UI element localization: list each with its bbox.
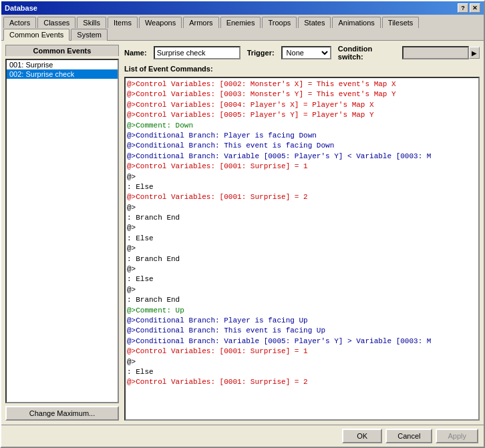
event-line[interactable]: @> xyxy=(127,203,477,213)
help-button[interactable]: ? xyxy=(458,3,468,13)
condition-switch-input[interactable] xyxy=(402,46,469,59)
tab-common-events[interactable]: Common Events xyxy=(3,29,69,41)
cancel-button[interactable]: Cancel xyxy=(385,429,432,443)
condition-switch-label: Condition switch: xyxy=(338,45,395,61)
event-line[interactable]: @>Conditional Branch: Variable [0005: Pl… xyxy=(127,152,477,162)
trigger-dropdown[interactable]: None Autorun Parallel xyxy=(281,46,331,59)
name-label: Name: xyxy=(124,49,147,57)
tab-items[interactable]: Items xyxy=(108,17,138,28)
event-line[interactable]: @>Control Variables: [0002: Monster's X]… xyxy=(127,79,477,89)
event-line[interactable]: @>Control Variables: [0005: Player's Y] … xyxy=(127,110,477,120)
event-commands-label: List of Event Commands: xyxy=(124,65,480,73)
tab-animations[interactable]: Animations xyxy=(332,17,380,28)
common-events-list[interactable]: 001: Surprise 002: Surprise check xyxy=(5,59,119,403)
title-bar-buttons: ? ✕ xyxy=(458,3,480,13)
bottom-bar: OK Cancel Apply xyxy=(1,425,484,447)
event-commands-list[interactable]: @>Control Variables: [0002: Monster's X]… xyxy=(124,77,480,421)
event-line[interactable]: @>Comment: Up xyxy=(127,306,477,316)
main-content: Common Events 001: Surprise 002: Surpris… xyxy=(1,41,484,425)
condition-switch-button[interactable]: ▶ xyxy=(469,47,480,59)
event-line[interactable]: @> xyxy=(127,264,477,274)
event-line[interactable]: @>Conditional Branch: This event is faci… xyxy=(127,326,477,336)
left-panel: Common Events 001: Surprise 002: Surpris… xyxy=(5,45,119,421)
event-line[interactable]: : Else xyxy=(127,182,477,192)
name-input[interactable] xyxy=(154,46,240,59)
event-line[interactable]: @>Conditional Branch: This event is faci… xyxy=(127,141,477,151)
event-line[interactable]: @>Conditional Branch: Player is facing D… xyxy=(127,131,477,141)
tab-enemies[interactable]: Enemies xyxy=(220,17,261,28)
event-line[interactable]: @>Control Variables: [0001: Surprise] = … xyxy=(127,162,477,172)
apply-button[interactable]: Apply xyxy=(436,429,478,443)
tab-skills[interactable]: Skills xyxy=(77,17,106,28)
title-bar: Database ? ✕ xyxy=(1,1,484,15)
event-line[interactable]: @>Control Variables: [0001: Surprise] = … xyxy=(127,192,477,202)
tab-armors[interactable]: Armors xyxy=(183,17,218,28)
event-line[interactable]: : Else xyxy=(127,234,477,244)
event-line[interactable]: @>Conditional Branch: Variable [0005: Pl… xyxy=(127,337,477,347)
close-button[interactable]: ✕ xyxy=(470,3,480,13)
event-line[interactable]: : Else xyxy=(127,274,477,284)
trigger-label: Trigger: xyxy=(247,49,275,57)
list-item[interactable]: 001: Surprise xyxy=(7,60,118,69)
event-line[interactable]: : Branch End xyxy=(127,254,477,264)
window-title: Database xyxy=(5,4,37,12)
event-line[interactable]: @>Control Variables: [0003: Monster's Y]… xyxy=(127,89,477,99)
database-window: Database ? ✕ Actors Classes Skills Items… xyxy=(0,0,485,448)
tab-troops[interactable]: Troops xyxy=(262,17,297,28)
event-line[interactable]: @> xyxy=(127,244,477,254)
ok-button[interactable]: OK xyxy=(342,429,382,443)
change-maximum-button[interactable]: Change Maximum... xyxy=(5,406,119,421)
tab-system[interactable]: System xyxy=(71,29,108,41)
list-item-selected[interactable]: 002: Surprise check xyxy=(7,69,118,79)
right-panel: Name: Trigger: None Autorun Parallel Con… xyxy=(124,45,480,421)
event-line[interactable]: @> xyxy=(127,357,477,367)
event-line[interactable]: @> xyxy=(127,172,477,182)
event-line[interactable]: @>Control Variables: [0004: Player's X] … xyxy=(127,100,477,110)
tab-classes[interactable]: Classes xyxy=(37,17,75,28)
tab-actors[interactable]: Actors xyxy=(3,17,36,28)
tab-states[interactable]: States xyxy=(298,17,331,28)
tab-tilesets[interactable]: Tilesets xyxy=(382,17,420,28)
form-row-1: Name: Trigger: None Autorun Parallel Con… xyxy=(124,45,480,61)
tab-weapons[interactable]: Weapons xyxy=(139,17,182,28)
event-line[interactable]: : Branch End xyxy=(127,295,477,305)
event-line[interactable]: @>Conditional Branch: Player is facing U… xyxy=(127,316,477,326)
common-events-title: Common Events xyxy=(5,45,119,56)
event-line[interactable]: @> xyxy=(127,285,477,295)
tab-bar: Actors Classes Skills Items Weapons Armo… xyxy=(1,15,484,41)
event-line[interactable]: @>Control Variables: [0001: Surprise] = … xyxy=(127,377,477,387)
event-line[interactable]: @>Control Variables: [0001: Surprise] = … xyxy=(127,347,477,357)
event-line[interactable]: @> xyxy=(127,223,477,233)
event-line[interactable]: : Else xyxy=(127,367,477,377)
event-line[interactable]: : Branch End xyxy=(127,213,477,223)
event-line[interactable]: @>Comment: Down xyxy=(127,121,477,131)
